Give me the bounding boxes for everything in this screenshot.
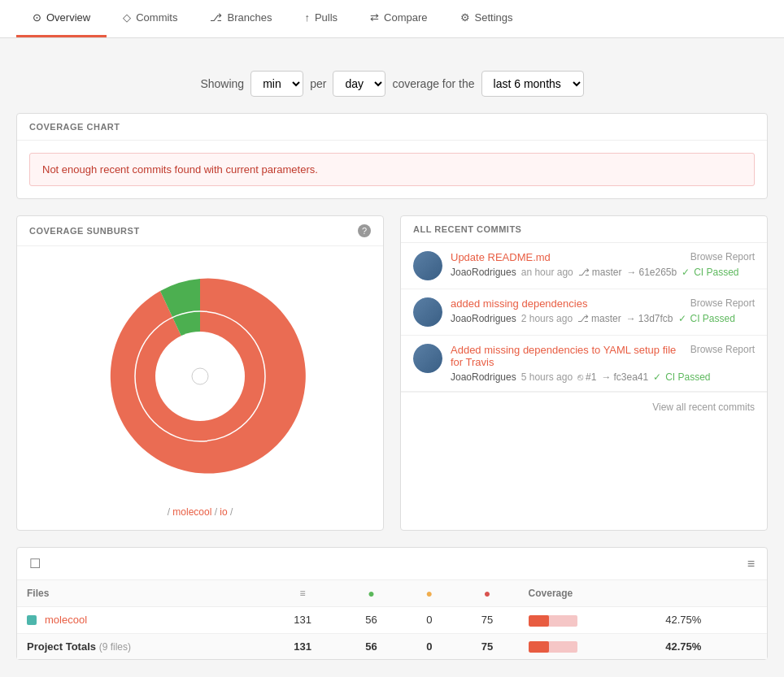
coverage-pct-cell: 42.75%	[656, 607, 767, 634]
commit-branch: ⎋ #1	[577, 371, 596, 383]
sunburst-chart	[17, 246, 383, 506]
commit-title[interactable]: Update README.md	[451, 251, 551, 263]
nav-bar: ⊙ Overview ◇ Commits ⎇ Branches ↑ Pulls …	[0, 0, 784, 38]
commit-author: JoaoRodrigues	[451, 267, 516, 278]
main-content: Showing min per day coverage for the las…	[0, 38, 784, 677]
totals-coverage-bar-cell	[519, 633, 656, 659]
min-select[interactable]: min	[250, 71, 303, 97]
lines-cell: 131	[265, 607, 340, 634]
commit-item: Update README.md Browse Report JoaoRodri…	[401, 243, 767, 289]
commit-title[interactable]: Added missing dependencies to YAML setup…	[451, 344, 690, 368]
commit-item: added missing dependencies Browse Report…	[401, 289, 767, 336]
commit-branch: ⎇ master	[577, 313, 621, 324]
commit-author: JoaoRodrigues	[451, 371, 516, 383]
path-sep: /	[211, 506, 220, 518]
filter-bar: Showing min per day coverage for the las…	[16, 71, 768, 97]
commit-hash: → fc3ea41	[601, 371, 648, 383]
day-select[interactable]: day	[333, 71, 385, 97]
browse-report-link[interactable]: Browse Report	[690, 297, 755, 309]
tab-compare[interactable]: ⇄ Compare	[354, 0, 443, 37]
sunburst-path-label: / molecool / io /	[17, 506, 383, 530]
commit-time: 2 hours ago	[521, 313, 573, 324]
yellow-cell: 0	[403, 607, 455, 634]
green-column-header: ●	[340, 580, 403, 607]
list-icon[interactable]: ≡	[747, 557, 755, 571]
files-column-header: Files	[17, 580, 265, 607]
check-icon: ✓	[653, 371, 661, 383]
showing-label: Showing	[200, 77, 244, 90]
coverage-bar-cell	[519, 607, 656, 634]
commit-title[interactable]: added missing dependencies	[451, 297, 587, 310]
commit-info: Added missing dependencies to YAML setup…	[451, 344, 755, 383]
tab-commits[interactable]: ◇ Commits	[107, 0, 194, 37]
compare-icon: ⇄	[370, 11, 379, 24]
commit-header: Added missing dependencies to YAML setup…	[451, 344, 755, 368]
totals-coverage-bar	[529, 641, 577, 653]
per-label: per	[310, 77, 326, 90]
path-io[interactable]: io	[220, 506, 227, 518]
commit-time: an hour ago	[521, 267, 573, 278]
commit-meta: JoaoRodrigues 5 hours ago ⎋ #1 → fc3ea41…	[451, 371, 755, 383]
file-name-cell: molecool	[17, 607, 265, 634]
commit-info: added missing dependencies Browse Report…	[451, 297, 755, 324]
svg-point-0	[155, 332, 245, 421]
browse-report-link[interactable]: Browse Report	[690, 344, 755, 355]
commit-hash: → 13d7fcb	[626, 313, 673, 324]
browse-report-link[interactable]: Browse Report	[690, 251, 755, 263]
coverage-sunburst-section: COVERAGE SUNBURST ? / moleco	[16, 215, 384, 531]
commit-info: Update README.md Browse Report JoaoRodri…	[451, 251, 755, 278]
commit-meta: JoaoRodrigues 2 hours ago ⎇ master → 13d…	[451, 313, 755, 324]
path-molecool[interactable]: molecool	[172, 506, 211, 518]
totals-green-cell: 56	[340, 633, 403, 659]
tab-overview[interactable]: ⊙ Overview	[16, 0, 107, 37]
commit-row: Update README.md Browse Report JoaoRodri…	[413, 251, 755, 280]
table-toolbar: ☐ ≡	[17, 548, 767, 580]
files-table: Files ≡ ● ● ● Coverage molecool	[17, 580, 767, 659]
totals-lines-cell: 131	[265, 633, 340, 659]
sunburst-svg	[86, 263, 314, 490]
tab-pulls[interactable]: ↑ Pulls	[288, 0, 354, 37]
tab-branches[interactable]: ⎇ Branches	[194, 0, 288, 37]
green-cell: 56	[340, 607, 403, 634]
files-table-section: ☐ ≡ Files ≡ ● ● ● Coverage	[16, 547, 768, 660]
recent-commits-title: ALL RECENT COMMITS	[401, 216, 767, 243]
commit-row: added missing dependencies Browse Report…	[413, 297, 755, 327]
totals-files-count: (9 files)	[99, 641, 131, 653]
table-row: molecool 131 56 0 75 42.75%	[17, 607, 767, 634]
sunburst-header: COVERAGE SUNBURST ?	[17, 216, 383, 246]
period-select[interactable]: last 6 months	[481, 71, 584, 97]
check-icon: ✓	[682, 267, 690, 278]
totals-coverage-bar-fill	[529, 641, 550, 653]
coverage-pct-column-header	[656, 580, 767, 607]
two-col-layout: COVERAGE SUNBURST ? / moleco	[16, 215, 768, 531]
commit-branch: ⎇ master	[578, 267, 622, 278]
totals-red-cell: 75	[455, 633, 518, 659]
lines-column-header: ≡	[265, 580, 340, 607]
view-all-commits: View all recent commits	[401, 392, 767, 421]
ci-status: ✓CI Passed	[682, 267, 738, 278]
totals-row: Project Totals (9 files) 131 56 0 75 42.…	[17, 633, 767, 659]
commits-icon: ◇	[123, 11, 131, 24]
red-column-header: ●	[455, 580, 518, 607]
commit-item: Added missing dependencies to YAML setup…	[401, 336, 767, 392]
commit-hash: → 61e265b	[626, 267, 677, 278]
file-icon[interactable]: ☐	[29, 556, 41, 571]
help-icon[interactable]: ?	[358, 224, 371, 237]
tab-settings[interactable]: ⚙ Settings	[444, 0, 529, 37]
coverage-chart-section: COVERAGE CHART Not enough recent commits…	[16, 113, 768, 199]
coverage-bar	[529, 615, 577, 627]
yellow-column-header: ●	[403, 580, 455, 607]
commit-header: Update README.md Browse Report	[451, 251, 755, 263]
avatar	[413, 297, 442, 327]
branch-icon: ⎇	[578, 267, 590, 278]
avatar	[413, 344, 442, 373]
branch-icon: ⎇	[577, 313, 589, 324]
settings-icon: ⚙	[460, 11, 470, 24]
sunburst-title: COVERAGE SUNBURST	[29, 226, 140, 236]
totals-yellow-cell: 0	[403, 633, 455, 659]
commit-meta: JoaoRodrigues an hour ago ⎇ master → 61e…	[451, 267, 755, 278]
branches-icon: ⎇	[210, 11, 222, 24]
path-suffix: /	[228, 506, 233, 518]
file-link[interactable]: molecool	[27, 614, 255, 626]
view-all-link[interactable]: View all recent commits	[652, 401, 755, 413]
